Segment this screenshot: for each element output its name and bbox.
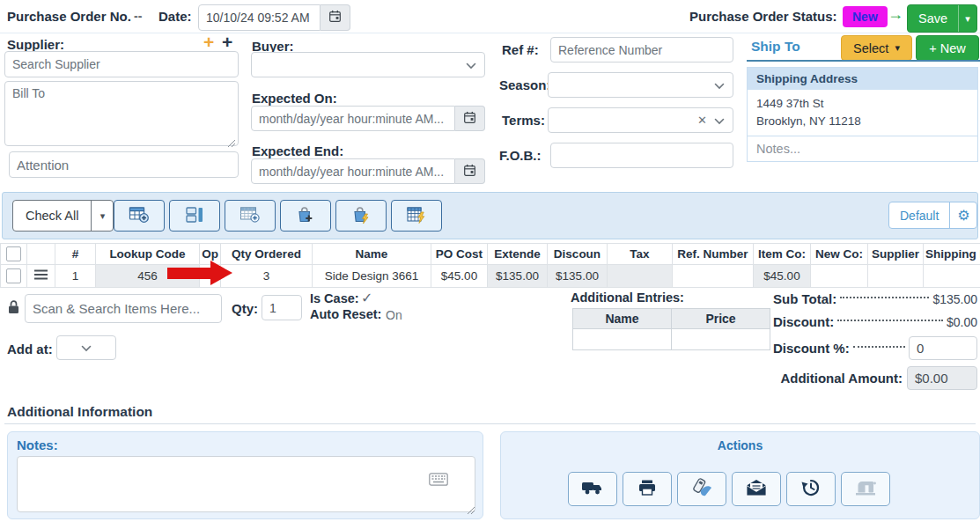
additional-entries-title: Additional Entries: bbox=[571, 290, 684, 305]
notes-textarea[interactable] bbox=[17, 456, 475, 512]
truck-icon bbox=[580, 479, 605, 499]
col-lookup-code: Lookup Code bbox=[96, 244, 200, 265]
expected-on-calendar-button[interactable] bbox=[455, 106, 485, 131]
supplier-quick-add-icon[interactable]: + bbox=[203, 32, 214, 53]
additional-entries-name-cell[interactable] bbox=[573, 329, 672, 350]
season-select[interactable] bbox=[548, 72, 733, 98]
save-button[interactable]: Save ▾ bbox=[907, 4, 977, 33]
cell-po-cost[interactable]: $45.00 bbox=[431, 265, 488, 288]
expected-end-input[interactable] bbox=[251, 158, 455, 184]
add-at-label: Add at: bbox=[7, 342, 53, 357]
production-button[interactable] bbox=[841, 472, 890, 506]
cell-supplier[interactable] bbox=[868, 265, 924, 288]
grid-add-button[interactable] bbox=[225, 200, 276, 232]
terms-select[interactable]: ✕ bbox=[548, 107, 733, 133]
default-label: Default bbox=[889, 202, 949, 228]
ship-to-select-button[interactable]: Select ▾ bbox=[841, 35, 912, 61]
season-label: Season: bbox=[499, 77, 550, 92]
discount-pct-input[interactable] bbox=[909, 336, 977, 360]
ship-to-select-label: Select bbox=[853, 41, 888, 55]
add-bag-button[interactable] bbox=[280, 200, 331, 232]
purchase-order-page: Purchase Order No. -- Date: Purchase Ord… bbox=[0, 0, 980, 522]
add-row-table-button[interactable] bbox=[114, 200, 165, 232]
additional-entries-row[interactable] bbox=[573, 329, 770, 350]
status-badge: New bbox=[843, 6, 888, 27]
actions-panel: Actions bbox=[500, 431, 980, 519]
terms-label: Terms: bbox=[502, 113, 545, 128]
email-button[interactable] bbox=[732, 472, 781, 506]
cell-name[interactable]: Side Design 3661 bbox=[313, 265, 431, 288]
row-drag-cell bbox=[27, 265, 55, 288]
chevron-down-icon bbox=[81, 341, 92, 355]
bill-to-textarea[interactable] bbox=[4, 81, 239, 146]
cell-qty-ordered[interactable]: 3 bbox=[221, 265, 313, 288]
layout-default-button[interactable]: Default ⚙ bbox=[888, 202, 977, 229]
buyer-select[interactable] bbox=[251, 52, 485, 77]
header-checkbox-cell bbox=[1, 244, 27, 265]
address-line-1: 1449 37th St bbox=[756, 95, 969, 113]
additional-entries-price-header: Price bbox=[672, 309, 770, 329]
annotation-arrow-head bbox=[210, 261, 232, 285]
additional-amount-label: Additional Amount: bbox=[780, 371, 903, 386]
supplier-search-input[interactable] bbox=[4, 51, 239, 77]
auto-reset-label: Auto Reset: bbox=[310, 307, 381, 321]
bag-add-icon bbox=[294, 205, 317, 227]
billto-resize-handle[interactable] bbox=[227, 136, 236, 151]
ref-input[interactable] bbox=[550, 37, 733, 62]
check-all-button[interactable]: Check All ▾ bbox=[12, 200, 114, 232]
split-view-button[interactable] bbox=[169, 200, 220, 232]
scan-search-input[interactable] bbox=[25, 294, 222, 323]
expected-on-input[interactable] bbox=[251, 106, 455, 131]
check-all-caret[interactable]: ▾ bbox=[91, 201, 113, 231]
cell-new-cost[interactable] bbox=[811, 265, 868, 288]
select-all-checkbox[interactable] bbox=[6, 246, 21, 261]
cell-ref-number[interactable] bbox=[673, 265, 754, 288]
notes-resize-handle[interactable] bbox=[467, 504, 475, 518]
calendar-icon bbox=[463, 164, 476, 180]
sub-total-value: $135.00 bbox=[932, 292, 977, 306]
shipping-address-panel: Shipping Address 1449 37th St Brooklyn, … bbox=[747, 67, 978, 162]
history-icon bbox=[800, 478, 822, 500]
label-maker-icon bbox=[689, 477, 714, 501]
col-po-cost: PO Cost bbox=[431, 244, 488, 265]
row-checkbox[interactable] bbox=[6, 268, 21, 283]
cell-discount: $135.00 bbox=[548, 265, 608, 288]
print-button[interactable] bbox=[623, 472, 672, 506]
date-calendar-button[interactable] bbox=[321, 4, 350, 31]
address-line-2: Brooklyn, NY 11218 bbox=[756, 113, 969, 130]
quick-table-button[interactable] bbox=[391, 200, 442, 232]
expected-end-calendar-button[interactable] bbox=[455, 158, 485, 184]
select-caret-icon: ▾ bbox=[895, 43, 900, 53]
terms-clear-icon[interactable]: ✕ bbox=[697, 114, 707, 127]
items-header-row: # Lookup Code Op Qty Ordered Name PO Cos… bbox=[1, 244, 980, 265]
additional-amount-input bbox=[907, 366, 977, 390]
ship-to-new-button[interactable]: + New bbox=[916, 35, 979, 61]
additional-amount-line: Additional Amount: bbox=[773, 366, 977, 390]
qty-input[interactable] bbox=[262, 295, 302, 320]
supplier-add-icon[interactable]: + bbox=[222, 32, 232, 53]
items-table: # Lookup Code Op Qty Ordered Name PO Cos… bbox=[0, 243, 980, 288]
additional-entries-price-cell[interactable] bbox=[672, 329, 770, 350]
keyboard-icon[interactable] bbox=[429, 473, 448, 489]
annotation-arrow bbox=[167, 268, 210, 279]
cell-tax bbox=[608, 265, 673, 288]
cell-shipping-date[interactable] bbox=[924, 265, 980, 288]
quick-bag-button[interactable] bbox=[335, 200, 387, 232]
additional-entries-table: Name Price bbox=[572, 308, 770, 350]
history-button[interactable] bbox=[786, 472, 836, 506]
receive-shipment-button[interactable] bbox=[568, 472, 617, 506]
is-case-label: Is Case: bbox=[310, 291, 359, 305]
date-input[interactable] bbox=[198, 4, 321, 31]
shipping-address-header: Shipping Address bbox=[748, 68, 977, 90]
notes-label: Notes: bbox=[17, 437, 58, 452]
attention-input[interactable] bbox=[9, 151, 239, 178]
fob-input[interactable] bbox=[550, 143, 733, 168]
print-labels-button[interactable] bbox=[677, 472, 726, 506]
chevron-down-icon bbox=[466, 58, 476, 72]
ship-to-notes-field[interactable]: Notes... bbox=[748, 136, 977, 161]
drag-handle-icon[interactable] bbox=[33, 269, 48, 283]
save-dropdown-caret[interactable]: ▾ bbox=[958, 5, 976, 32]
gear-icon[interactable]: ⚙ bbox=[949, 202, 976, 228]
add-at-select[interactable] bbox=[56, 335, 116, 360]
discount-pct-line: Discount %: bbox=[773, 336, 977, 360]
